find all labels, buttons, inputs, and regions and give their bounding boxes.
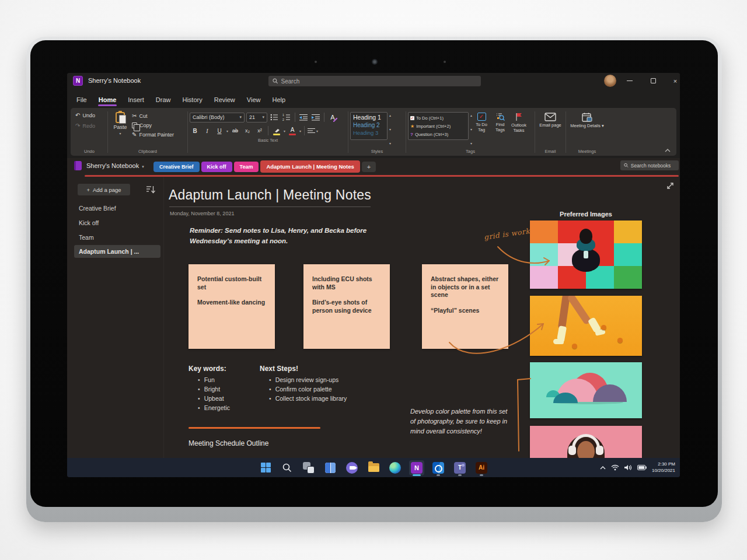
scroll-up-icon[interactable]: ▴ [389, 113, 391, 117]
email-page-button[interactable]: Email page [538, 110, 563, 148]
image-abstract-shapes[interactable] [530, 362, 642, 418]
chat-button[interactable] [344, 460, 359, 475]
section-tab-creative-brief[interactable]: Creative Brief [153, 162, 200, 172]
clear-formatting-button[interactable]: A [327, 113, 338, 123]
list-item[interactable]: Design review sign-ups [269, 375, 347, 384]
menu-file[interactable]: File [71, 94, 93, 107]
menu-insert[interactable]: Insert [122, 94, 150, 107]
gallery-more-icon[interactable]: ▾ [389, 141, 391, 145]
start-button[interactable] [258, 460, 273, 475]
account-avatar[interactable] [604, 75, 616, 87]
menu-home[interactable]: Home [93, 94, 123, 107]
taskbar-clock[interactable]: 2:30 PM 10/20/2021 [652, 461, 675, 474]
add-page-button[interactable]: +Add a page [78, 184, 130, 195]
redo-button[interactable]: ↷Redo [74, 123, 104, 130]
collapse-ribbon-icon[interactable] [665, 149, 671, 152]
section-tab-adaptum-launch[interactable]: Adaptum Launch | Meeting Notes [260, 160, 359, 173]
tray-chevron-up-icon[interactable] [600, 466, 606, 470]
sort-pages-icon[interactable] [146, 186, 155, 194]
teams-taskbar-button[interactable]: T [452, 460, 467, 475]
notebook-selector[interactable]: Sherry's Notebook▾ [86, 162, 144, 169]
format-painter-button[interactable]: ✎Format Painter [131, 131, 175, 138]
superscript-button[interactable]: x² [254, 126, 265, 136]
strikethrough-button[interactable]: ab [230, 126, 240, 136]
close-button[interactable]: × [666, 73, 680, 89]
style-heading1[interactable]: Heading 1 [353, 114, 385, 121]
widgets-button[interactable] [323, 460, 338, 475]
search-box[interactable] [268, 76, 481, 86]
styles-gallery[interactable]: Heading 1 Heading 2 Heading 3 [350, 112, 388, 140]
volume-icon[interactable] [624, 464, 632, 471]
copy-button[interactable]: Copy [131, 122, 175, 129]
tags-gallery[interactable]: ✓To Do (Ctrl+1) ★Important (Ctrl+2) ?Que… [408, 112, 469, 140]
menu-draw[interactable]: Draw [150, 94, 177, 107]
minimize-button[interactable] [620, 73, 639, 89]
underline-button[interactable]: U [214, 126, 225, 136]
develop-note-text[interactable]: Develop color palette from this set of p… [410, 407, 511, 436]
decrease-indent-button[interactable] [298, 113, 309, 123]
cut-button[interactable]: ✂Cut [131, 113, 175, 120]
search-notebooks-input[interactable] [631, 163, 675, 169]
todo-tag-button[interactable]: ✓To Do Tag [472, 110, 491, 148]
font-color-button[interactable]: A [287, 126, 298, 136]
font-size-select[interactable]: 21▾ [246, 113, 267, 123]
list-item[interactable]: Collect stock image library [269, 394, 347, 403]
sticky-note-3[interactable]: Abstract shapes, either in objects or in… [422, 264, 508, 349]
key-words-heading[interactable]: Key words: [189, 365, 226, 373]
edge-button[interactable] [388, 460, 403, 475]
list-item[interactable]: Upbeat [198, 394, 230, 403]
search-input[interactable] [281, 78, 477, 85]
menu-history[interactable]: History [176, 94, 208, 107]
bold-button[interactable]: B [190, 126, 200, 136]
italic-button[interactable]: I [202, 126, 212, 136]
bullet-list-button[interactable] [269, 113, 280, 123]
battery-icon[interactable] [637, 465, 647, 470]
increase-indent-button[interactable] [310, 113, 321, 123]
sticky-note-1[interactable]: Potential custom-built setMovement-like … [189, 264, 275, 349]
section-tab-kick-off[interactable]: Kick off [201, 162, 232, 172]
menu-view[interactable]: View [241, 94, 267, 107]
key-words-list[interactable]: Fun Bright Upbeat Energetic [198, 375, 230, 412]
page-item-team[interactable]: Team [79, 234, 94, 241]
add-section-button[interactable]: + [362, 162, 376, 172]
schedule-heading[interactable]: Meeting Schedule Outline [189, 439, 268, 447]
task-view-button[interactable] [301, 460, 316, 475]
next-steps-list[interactable]: Design review sign-ups Confirm color pal… [269, 375, 347, 403]
meeting-details-button[interactable]: Meeting Details ▾ [570, 110, 604, 148]
image-color-grid[interactable] [530, 220, 642, 289]
file-explorer-button[interactable] [366, 460, 381, 475]
onenote-taskbar-button[interactable]: N [409, 460, 424, 475]
numbered-list-button[interactable]: 12 [281, 113, 292, 123]
style-heading3[interactable]: Heading 3 [353, 130, 385, 136]
font-name-select[interactable]: Calibri (Body)▾ [190, 113, 245, 123]
page-item-creative-brief[interactable]: Creative Brief [79, 205, 116, 212]
subscript-button[interactable]: x₂ [242, 126, 253, 136]
wifi-icon[interactable] [611, 464, 619, 471]
tag-todo[interactable]: ✓To Do (Ctrl+1) [410, 116, 466, 121]
next-steps-heading[interactable]: Next Steps! [260, 365, 298, 373]
menu-review[interactable]: Review [208, 94, 241, 107]
list-item[interactable]: Energetic [198, 403, 230, 412]
section-tab-team[interactable]: Team [234, 162, 259, 172]
page-date[interactable]: Monday, November 8, 2021 [170, 211, 234, 216]
paste-button[interactable]: Paste ▾ [110, 110, 131, 148]
menu-help[interactable]: Help [266, 94, 291, 107]
outlook-taskbar-button[interactable] [431, 460, 446, 475]
outlook-tasks-button[interactable]: Outlook Tasks [509, 110, 528, 148]
image-dancing-legs[interactable] [530, 296, 642, 356]
highlight-button[interactable] [271, 126, 282, 136]
find-tags-button[interactable]: Find Tags [491, 110, 509, 148]
illustrator-taskbar-button[interactable]: Ai [474, 460, 489, 475]
tag-important[interactable]: ★Important (Ctrl+2) [410, 124, 466, 129]
scroll-down-icon[interactable]: ▾ [389, 127, 391, 131]
search-notebooks-box[interactable] [620, 160, 679, 170]
undo-button[interactable]: ↶Undo [74, 112, 104, 119]
list-item[interactable]: Fun [198, 375, 230, 384]
page-item-adaptum-launch-selected[interactable]: Adaptum Launch | ... [74, 245, 160, 258]
full-page-view-icon[interactable] [666, 181, 675, 190]
sticky-note-2[interactable]: Including ECU shots with MSBird’s-eye sh… [303, 264, 390, 349]
taskbar-search-button[interactable] [280, 460, 295, 475]
style-heading2[interactable]: Heading 2 [353, 122, 385, 128]
preferred-images-heading[interactable]: Preferred Images [530, 211, 642, 218]
list-item[interactable]: Confirm color palette [269, 384, 347, 394]
